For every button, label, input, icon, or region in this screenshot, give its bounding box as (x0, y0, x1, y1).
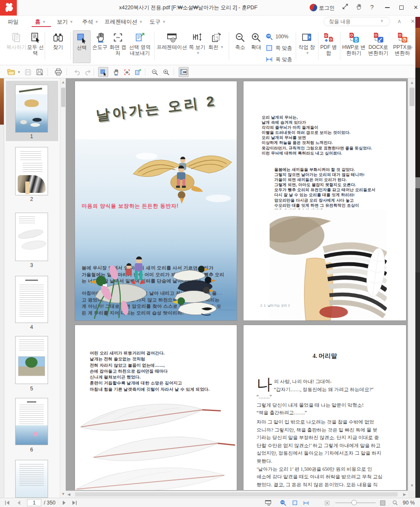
thumbnail-page-2[interactable] (15, 147, 48, 195)
pdf-merge-button[interactable]: PDF 병합 (319, 30, 338, 63)
thumbnail-page-4[interactable] (15, 276, 48, 323)
docx-convert-icon (373, 32, 384, 43)
save-button[interactable] (23, 67, 33, 77)
fit-page-icon (265, 44, 273, 52)
zoom-100-button[interactable]: 100 100% (265, 32, 297, 41)
tab-home[interactable]: 홈▼ (35, 18, 46, 26)
hand-tool-button[interactable]: 손도구 (91, 30, 109, 63)
previous-page-button[interactable] (14, 499, 23, 507)
page-number-input[interactable] (27, 499, 41, 506)
pdf-page-4[interactable]: 4. 머리말 나 의 사랑, 나의 아내! 그대여-“갑자기……, 정동진에는 … (243, 325, 407, 491)
zoom-slider-min-button[interactable] (323, 499, 331, 507)
thumbnail-page-5[interactable] (15, 336, 48, 384)
select-all-button[interactable]: 모두 선택 (26, 30, 45, 63)
convert-to-hwp-button[interactable]: HWP로 변환하기 (342, 30, 366, 63)
help-button[interactable]: ? (367, 3, 377, 13)
thumbnail-page-1[interactable] (15, 85, 48, 133)
select-tool-quick-button[interactable] (98, 67, 108, 77)
select-cursor-icon (100, 69, 107, 76)
document-view[interactable]: 날아가는 오리 2 마음의 양식을 보장하는 든든한 동반자! (66, 78, 408, 491)
scroll-up-icon[interactable]: ▲ (60, 80, 66, 84)
save-as-button[interactable] (35, 67, 45, 77)
copy-button[interactable]: 복사하기 (6, 30, 27, 63)
export-selection-button[interactable]: 선택 영역 내보내기 (126, 30, 153, 63)
tab-view[interactable]: 보기▼ (57, 18, 73, 26)
open-file-button[interactable] (6, 67, 16, 77)
close-button[interactable]: × (409, 0, 420, 15)
thumbnail-scrollbar-thumb[interactable] (61, 88, 65, 107)
pdf-page-3[interactable]: 어린 오리 새끼가 뒤뚱거리며 걸어간다.날개는 전혀 쓸모없는 것처럼전혀 자… (75, 325, 237, 491)
hand-mode-button[interactable] (354, 3, 363, 13)
fit-page-button[interactable]: 쪽 맞춤 (265, 43, 297, 53)
page-view-button[interactable]: 쪽 보기▼ (188, 30, 206, 63)
minimize-button[interactable] (380, 0, 394, 15)
redo-button[interactable] (83, 67, 93, 77)
maximize-button[interactable] (394, 0, 409, 15)
redo-icon (84, 69, 91, 75)
last-page-button[interactable] (70, 499, 78, 507)
zoom-slider-handle[interactable] (351, 500, 357, 505)
pdf-page-1[interactable]: 날아가는 오리 2 마음의 양식을 보장하는 든든한 동반자! (75, 81, 237, 321)
toolbar-divider (47, 68, 48, 76)
scroll-right-icon[interactable]: ▶ (403, 492, 406, 496)
scroll-down-icon[interactable]: ▼ (408, 483, 416, 488)
vertical-scrollbar-thumb[interactable] (409, 88, 415, 106)
convert-to-docx-button[interactable]: DOCX로 변환하기 (366, 30, 390, 63)
open-file-chevron[interactable]: ▼ (16, 67, 22, 77)
horizontal-scrollbar-thumb[interactable] (75, 492, 398, 496)
thumbnail-page-7[interactable] (15, 460, 48, 498)
print-button[interactable] (53, 67, 63, 77)
zoom-100-status-button[interactable]: 100 (279, 499, 287, 507)
tab-presentation[interactable]: 프레젠테이션▼ (104, 18, 143, 26)
first-page-button[interactable] (3, 499, 12, 507)
screen-capture-quick-button[interactable] (122, 67, 132, 77)
background-window-right-sliver (415, 17, 420, 498)
hand-tool-icon (112, 69, 119, 76)
fit-width-button[interactable]: 폭 맞춤 (265, 55, 297, 64)
last-page-icon (72, 501, 77, 505)
find-previous-button[interactable]: ∧ (395, 17, 404, 26)
document-horizontal-scrollbar[interactable]: ◀ ▶ (66, 491, 408, 498)
fullscreen-button[interactable] (340, 3, 350, 13)
capture-frame-icon (112, 32, 123, 43)
thumbnail-page-3[interactable] (15, 213, 48, 261)
export-selection-quick-button[interactable] (133, 67, 143, 77)
thumbnail-number: 2 (15, 196, 48, 202)
rotate-button[interactable]: 회전▼ (207, 30, 225, 63)
next-page-button[interactable] (60, 499, 68, 507)
tab-annotate[interactable]: 주석▼ (82, 18, 99, 26)
tab-file[interactable]: 파일 (8, 18, 19, 26)
pdf-page-2[interactable]: 오리 날개의 무늬는,날개 속에 숨겨져 있다가각각의 줄무늬가 마치 들개들이… (243, 81, 407, 321)
zoom-percent-label: 90 % (403, 500, 415, 506)
zoom-in-button[interactable]: 확대 (248, 30, 265, 63)
thumbnail-page-6[interactable] (15, 398, 48, 445)
fit-width-status-button[interactable] (302, 499, 310, 507)
export-selection-icon (134, 69, 142, 76)
zoom-level-button[interactable] (391, 499, 399, 507)
zoom-slider-max-button[interactable] (378, 499, 387, 507)
account-avatar[interactable] (310, 4, 317, 11)
undo-button[interactable] (72, 67, 83, 77)
ribbon-overflow-button[interactable]: » (409, 44, 412, 50)
navigation-pane-toggle[interactable] (179, 67, 189, 77)
zoom-out-quick-button[interactable] (150, 67, 160, 77)
scroll-left-icon[interactable]: ◀ (67, 492, 70, 496)
zoom-out-button[interactable]: 축소 (232, 30, 249, 63)
select-tool-button[interactable]: 선택 (73, 30, 91, 63)
hand-tool-quick-button[interactable] (110, 67, 120, 77)
work-pane-button[interactable]: 작업 창▼ (297, 30, 316, 63)
document-vertical-scrollbar[interactable]: ▲ ▼ (408, 78, 415, 491)
presentation-mode-button[interactable] (264, 499, 272, 507)
presentation-button[interactable]: 프레젠테이션 (156, 30, 188, 63)
thumbnail-scrollbar[interactable]: ▲ ▼ (60, 78, 66, 498)
find-options-chevron-icon[interactable]: ▼ (380, 19, 384, 23)
zoom-in-quick-button[interactable] (161, 67, 171, 77)
login-button[interactable]: 로그인 (319, 5, 335, 12)
scroll-down-icon[interactable]: ▼ (60, 492, 66, 496)
fit-page-status-button[interactable] (291, 499, 299, 507)
scroll-up-icon[interactable]: ▲ (408, 80, 416, 85)
find-button[interactable]: 찾기 (48, 30, 68, 63)
undo-icon (74, 69, 81, 75)
tab-tools[interactable]: 도구▼ (150, 18, 166, 26)
screen-capture-button[interactable]: 화면 캡처 (109, 30, 127, 63)
